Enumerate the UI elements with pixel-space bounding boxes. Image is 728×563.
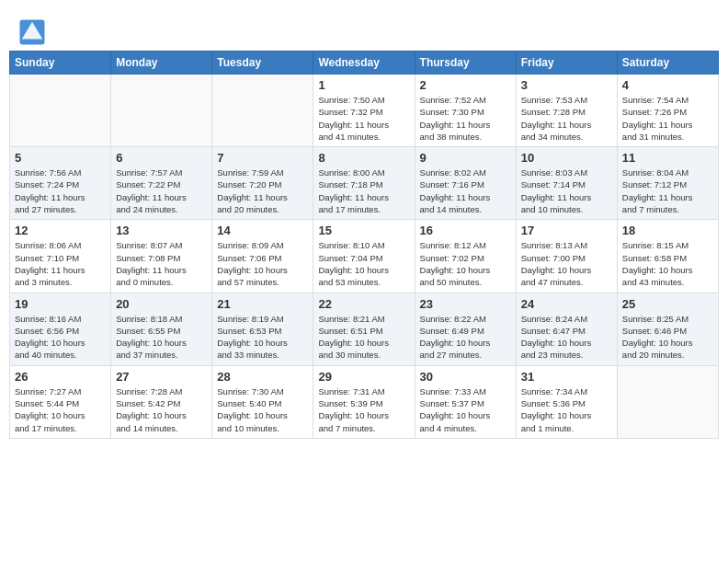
- calendar-cell: 25Sunrise: 8:25 AM Sunset: 6:46 PM Dayli…: [617, 293, 718, 365]
- day-header-saturday: Saturday: [617, 52, 718, 75]
- header: [9, 9, 719, 51]
- calendar-cell: 7Sunrise: 7:59 AM Sunset: 7:20 PM Daylig…: [212, 147, 313, 220]
- day-number: 20: [116, 297, 207, 311]
- day-number: 21: [217, 297, 308, 311]
- day-number: 19: [15, 297, 106, 311]
- calendar-cell: 6Sunrise: 7:57 AM Sunset: 7:22 PM Daylig…: [111, 147, 212, 220]
- day-info: Sunrise: 8:13 AM Sunset: 7:00 PM Dayligh…: [521, 239, 612, 288]
- calendar: SundayMondayTuesdayWednesdayThursdayFrid…: [9, 51, 719, 439]
- calendar-cell: [212, 75, 313, 147]
- day-info: Sunrise: 8:21 AM Sunset: 6:51 PM Dayligh…: [318, 313, 409, 362]
- day-number: 16: [420, 224, 511, 237]
- calendar-week-row: 1Sunrise: 7:50 AM Sunset: 7:32 PM Daylig…: [10, 75, 719, 147]
- calendar-cell: 19Sunrise: 8:16 AM Sunset: 6:56 PM Dayli…: [10, 293, 111, 365]
- calendar-cell: 2Sunrise: 7:52 AM Sunset: 7:30 PM Daylig…: [415, 75, 516, 147]
- day-number: 6: [116, 151, 207, 165]
- calendar-cell: 20Sunrise: 8:18 AM Sunset: 6:55 PM Dayli…: [111, 293, 212, 365]
- calendar-cell: 21Sunrise: 8:19 AM Sunset: 6:53 PM Dayli…: [212, 293, 313, 365]
- day-info: Sunrise: 8:10 AM Sunset: 7:04 PM Dayligh…: [318, 239, 409, 288]
- day-info: Sunrise: 8:24 AM Sunset: 6:47 PM Dayligh…: [521, 313, 612, 362]
- day-info: Sunrise: 7:27 AM Sunset: 5:44 PM Dayligh…: [15, 385, 106, 434]
- day-info: Sunrise: 8:02 AM Sunset: 7:16 PM Dayligh…: [420, 167, 511, 215]
- day-number: 12: [15, 224, 106, 237]
- day-info: Sunrise: 8:18 AM Sunset: 6:55 PM Dayligh…: [116, 313, 207, 362]
- calendar-cell: 12Sunrise: 8:06 AM Sunset: 7:10 PM Dayli…: [10, 220, 111, 293]
- day-number: 22: [318, 297, 409, 311]
- day-number: 5: [15, 151, 106, 165]
- calendar-cell: 4Sunrise: 7:54 AM Sunset: 7:26 PM Daylig…: [617, 75, 718, 147]
- day-number: 18: [622, 224, 713, 237]
- day-number: 14: [217, 224, 308, 237]
- day-info: Sunrise: 7:34 AM Sunset: 5:36 PM Dayligh…: [521, 385, 612, 434]
- calendar-cell: 11Sunrise: 8:04 AM Sunset: 7:12 PM Dayli…: [617, 147, 718, 220]
- day-number: 1: [318, 78, 409, 92]
- calendar-cell: 18Sunrise: 8:15 AM Sunset: 6:58 PM Dayli…: [617, 220, 718, 293]
- day-info: Sunrise: 7:31 AM Sunset: 5:39 PM Dayligh…: [318, 385, 409, 434]
- logo: [18, 18, 48, 46]
- calendar-week-row: 5Sunrise: 7:56 AM Sunset: 7:24 PM Daylig…: [10, 147, 719, 220]
- calendar-cell: 10Sunrise: 8:03 AM Sunset: 7:14 PM Dayli…: [516, 147, 617, 220]
- day-number: 2: [420, 78, 511, 92]
- day-info: Sunrise: 7:30 AM Sunset: 5:40 PM Dayligh…: [217, 385, 308, 434]
- day-info: Sunrise: 8:07 AM Sunset: 7:08 PM Dayligh…: [116, 239, 207, 288]
- day-info: Sunrise: 7:33 AM Sunset: 5:37 PM Dayligh…: [420, 385, 511, 434]
- day-header-thursday: Thursday: [415, 52, 516, 75]
- day-number: 31: [521, 370, 612, 384]
- day-number: 15: [318, 224, 409, 237]
- calendar-cell: 28Sunrise: 7:30 AM Sunset: 5:40 PM Dayli…: [212, 365, 313, 438]
- day-number: 29: [318, 370, 409, 384]
- day-info: Sunrise: 8:00 AM Sunset: 7:18 PM Dayligh…: [318, 167, 409, 215]
- calendar-cell: 29Sunrise: 7:31 AM Sunset: 5:39 PM Dayli…: [313, 365, 415, 438]
- calendar-cell: 13Sunrise: 8:07 AM Sunset: 7:08 PM Dayli…: [111, 220, 212, 293]
- day-info: Sunrise: 7:52 AM Sunset: 7:30 PM Dayligh…: [420, 94, 511, 143]
- day-info: Sunrise: 7:54 AM Sunset: 7:26 PM Dayligh…: [622, 94, 713, 143]
- day-number: 13: [116, 224, 207, 237]
- day-number: 24: [521, 297, 612, 311]
- calendar-cell: 8Sunrise: 8:00 AM Sunset: 7:18 PM Daylig…: [313, 147, 415, 220]
- day-info: Sunrise: 7:59 AM Sunset: 7:20 PM Dayligh…: [217, 167, 308, 215]
- day-number: 7: [217, 151, 308, 165]
- day-number: 23: [420, 297, 511, 311]
- day-number: 17: [521, 224, 612, 237]
- calendar-cell: [617, 365, 718, 438]
- day-number: 30: [420, 370, 511, 384]
- day-info: Sunrise: 7:28 AM Sunset: 5:42 PM Dayligh…: [116, 385, 207, 434]
- day-header-monday: Monday: [111, 52, 212, 75]
- day-number: 27: [116, 370, 207, 384]
- day-info: Sunrise: 8:16 AM Sunset: 6:56 PM Dayligh…: [15, 313, 106, 362]
- day-number: 11: [622, 151, 713, 165]
- day-info: Sunrise: 8:04 AM Sunset: 7:12 PM Dayligh…: [622, 167, 713, 215]
- day-header-wednesday: Wednesday: [313, 52, 415, 75]
- calendar-cell: 30Sunrise: 7:33 AM Sunset: 5:37 PM Dayli…: [415, 365, 516, 438]
- calendar-cell: 24Sunrise: 8:24 AM Sunset: 6:47 PM Dayli…: [516, 293, 617, 365]
- day-number: 25: [622, 297, 713, 311]
- calendar-cell: 15Sunrise: 8:10 AM Sunset: 7:04 PM Dayli…: [313, 220, 415, 293]
- logo-icon: [18, 18, 46, 46]
- day-number: 3: [521, 78, 612, 92]
- day-info: Sunrise: 8:12 AM Sunset: 7:02 PM Dayligh…: [420, 239, 511, 288]
- calendar-week-row: 12Sunrise: 8:06 AM Sunset: 7:10 PM Dayli…: [10, 220, 719, 293]
- day-info: Sunrise: 8:15 AM Sunset: 6:58 PM Dayligh…: [622, 239, 713, 288]
- day-number: 9: [420, 151, 511, 165]
- day-number: 28: [217, 370, 308, 384]
- calendar-cell: 27Sunrise: 7:28 AM Sunset: 5:42 PM Dayli…: [111, 365, 212, 438]
- calendar-cell: 26Sunrise: 7:27 AM Sunset: 5:44 PM Dayli…: [10, 365, 111, 438]
- calendar-cell: 3Sunrise: 7:53 AM Sunset: 7:28 PM Daylig…: [516, 75, 617, 147]
- day-info: Sunrise: 7:50 AM Sunset: 7:32 PM Dayligh…: [318, 94, 409, 143]
- day-info: Sunrise: 8:25 AM Sunset: 6:46 PM Dayligh…: [622, 313, 713, 362]
- day-number: 10: [521, 151, 612, 165]
- day-info: Sunrise: 8:22 AM Sunset: 6:49 PM Dayligh…: [420, 313, 511, 362]
- calendar-cell: 17Sunrise: 8:13 AM Sunset: 7:00 PM Dayli…: [516, 220, 617, 293]
- calendar-cell: 1Sunrise: 7:50 AM Sunset: 7:32 PM Daylig…: [313, 75, 415, 147]
- day-header-friday: Friday: [516, 52, 617, 75]
- day-info: Sunrise: 7:53 AM Sunset: 7:28 PM Dayligh…: [521, 94, 612, 143]
- calendar-cell: 31Sunrise: 7:34 AM Sunset: 5:36 PM Dayli…: [516, 365, 617, 438]
- day-header-sunday: Sunday: [10, 52, 111, 75]
- day-info: Sunrise: 8:09 AM Sunset: 7:06 PM Dayligh…: [217, 239, 308, 288]
- calendar-cell: 23Sunrise: 8:22 AM Sunset: 6:49 PM Dayli…: [415, 293, 516, 365]
- calendar-week-row: 26Sunrise: 7:27 AM Sunset: 5:44 PM Dayli…: [10, 365, 719, 438]
- calendar-cell: 5Sunrise: 7:56 AM Sunset: 7:24 PM Daylig…: [10, 147, 111, 220]
- day-info: Sunrise: 8:19 AM Sunset: 6:53 PM Dayligh…: [217, 313, 308, 362]
- calendar-cell: 16Sunrise: 8:12 AM Sunset: 7:02 PM Dayli…: [415, 220, 516, 293]
- calendar-cell: 14Sunrise: 8:09 AM Sunset: 7:06 PM Dayli…: [212, 220, 313, 293]
